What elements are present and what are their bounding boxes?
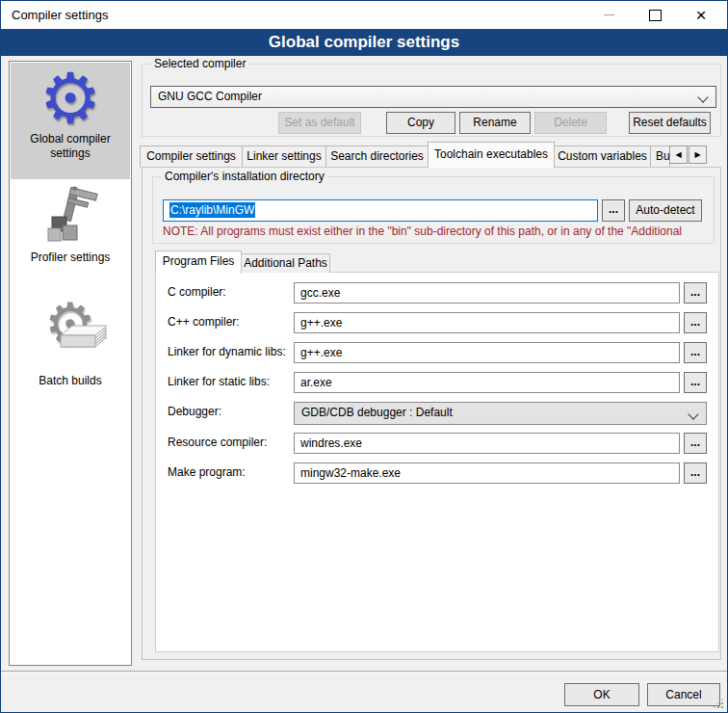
reset-defaults-button[interactable]: Reset defaults — [629, 112, 711, 134]
set-as-default-button[interactable]: Set as default — [278, 112, 361, 134]
browse-cpp-compiler-button[interactable]: ... — [684, 312, 707, 333]
blue-gear-icon: ⚙ — [39, 67, 102, 129]
caliper-icon — [40, 186, 100, 248]
subtab-program-files[interactable]: Program Files — [155, 251, 242, 274]
maximize-button[interactable] — [633, 1, 677, 29]
maximize-icon — [649, 10, 662, 21]
tab-compiler-settings[interactable]: Compiler settings — [140, 145, 243, 168]
resource-compiler-input[interactable]: windres.exe — [294, 433, 680, 454]
titlebar: Compiler settings × — [1, 1, 727, 29]
rename-button[interactable]: Rename — [459, 112, 531, 134]
tab-scroll-left-button[interactable]: ◀ — [669, 145, 688, 164]
scroll-right-icon: ▶ — [694, 150, 700, 159]
compiler-settings-dialog: Compiler settings × Global compiler sett… — [0, 0, 728, 713]
tab-custom-variables[interactable]: Custom variables — [554, 145, 651, 168]
installation-directory-value: C:\raylib\MinGW — [169, 202, 255, 218]
minimize-icon — [604, 14, 614, 15]
selected-compiler-group-title: Selected compiler — [150, 57, 249, 70]
field-label: Make program: — [168, 465, 246, 479]
cancel-button[interactable]: Cancel — [647, 683, 720, 706]
tab-build-options[interactable]: Build options — [650, 145, 670, 168]
tab-linker-settings[interactable]: Linker settings — [242, 145, 326, 168]
sidebar-item-label: Profiler settings — [29, 249, 113, 269]
installation-directory-group-title: Compiler's installation directory — [161, 170, 328, 183]
subtab-additional-paths[interactable]: Additional Paths — [241, 253, 330, 273]
c-compiler-input[interactable]: gcc.exe — [294, 282, 680, 304]
paper-stack-icon — [59, 322, 109, 351]
field-label: C++ compiler: — [168, 315, 240, 329]
copy-button[interactable]: Copy — [386, 112, 455, 134]
compiler-select[interactable]: GNU GCC Compiler — [150, 86, 716, 108]
browse-c-compiler-button[interactable]: ... — [684, 282, 707, 304]
sidebar-item-batch-builds[interactable]: ⚙ Batch builds — [11, 289, 130, 397]
debugger-select[interactable]: GDB/CDB debugger : Default — [294, 402, 707, 425]
installation-directory-input[interactable]: C:\raylib\MinGW — [163, 199, 598, 222]
browse-directory-button[interactable]: ... — [602, 199, 625, 222]
close-icon: × — [695, 6, 706, 24]
ok-button[interactable]: OK — [564, 683, 639, 706]
window-title: Compiler settings — [12, 8, 108, 22]
field-label: Debugger: — [168, 405, 221, 418]
scroll-left-icon: ◀ — [675, 150, 681, 159]
tab-scroll-right-button[interactable]: ▶ — [689, 145, 707, 164]
minimize-button[interactable] — [586, 1, 631, 29]
browse-resource-compiler-button[interactable]: ... — [684, 433, 707, 454]
browse-static-linker-button[interactable]: ... — [684, 372, 707, 393]
program-files-page: C compiler: gcc.exe ... C++ compiler: g+… — [155, 272, 719, 652]
installation-directory-group: Compiler's installation directory C:\ray… — [152, 176, 715, 244]
resize-grip[interactable] — [713, 698, 724, 709]
browse-make-program-button[interactable]: ... — [684, 462, 707, 484]
tab-search-directories[interactable]: Search directories — [325, 145, 429, 168]
debugger-select-value: GDB/CDB debugger : Default — [301, 406, 453, 419]
field-label: Linker for dynamic libs: — [168, 345, 286, 358]
close-button[interactable]: × — [679, 1, 723, 29]
footer-divider — [1, 671, 727, 674]
settings-category-list: ⚙ Global compiler settings — [9, 61, 132, 666]
bin-subdirectory-note: NOTE: All programs must exist either in … — [163, 224, 712, 238]
chevron-down-icon — [688, 409, 698, 419]
field-label: Resource compiler: — [168, 436, 267, 449]
sidebar-item-label: Batch builds — [37, 372, 103, 392]
sidebar-item-profiler-settings[interactable]: Profiler settings — [11, 183, 130, 283]
dynamic-linker-input[interactable]: g++.exe — [294, 342, 680, 363]
browse-dynamic-linker-button[interactable]: ... — [684, 342, 707, 363]
sidebar-item-global-compiler-settings[interactable]: ⚙ Global compiler settings — [11, 63, 130, 179]
page-title: Global compiler settings — [1, 29, 727, 56]
static-linker-input[interactable]: ar.exe — [294, 372, 680, 393]
tab-toolchain-executables[interactable]: Toolchain executables — [428, 142, 555, 168]
compiler-select-value: GNU GCC Compiler — [158, 90, 262, 103]
cpp-compiler-input[interactable]: g++.exe — [294, 312, 680, 333]
make-program-input[interactable]: mingw32-make.exe — [294, 462, 680, 484]
field-label: C compiler: — [168, 285, 226, 299]
auto-detect-button[interactable]: Auto-detect — [629, 199, 702, 222]
toolchain-executables-page: Compiler's installation directory C:\ray… — [142, 167, 721, 660]
selected-compiler-group: Selected compiler GNU GCC Compiler Set a… — [142, 64, 721, 137]
field-label: Linker for static libs: — [168, 375, 270, 388]
chevron-down-icon — [697, 92, 708, 102]
delete-button[interactable]: Delete — [534, 112, 607, 134]
